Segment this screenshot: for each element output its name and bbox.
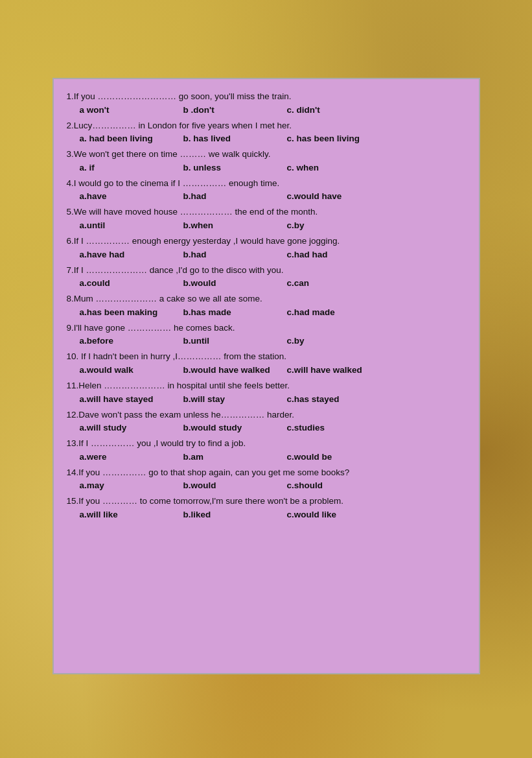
answers-14: a.mayb.wouldc.should [67, 480, 466, 490]
answers-7: a.couldb.wouldc.can [67, 278, 466, 288]
answers-13: a.wereb.amc.would be [67, 452, 466, 462]
answer-12-b: b.would study [183, 423, 287, 432]
question-block-12: 12.Dave won't pass the exam unless he………… [67, 408, 466, 433]
answer-15-b: b.liked [183, 510, 287, 519]
answer-8-b: b.has made [183, 307, 287, 317]
answer-11-a: a.will have stayed [80, 394, 183, 404]
answer-4-a: a.have [80, 191, 183, 201]
answers-1: a won'tb .don'tc. didn't [67, 105, 466, 115]
answer-2-a: a. had been living [80, 134, 183, 143]
question-text-8: 8.Mum ………………… a cake so we all ate some. [67, 292, 466, 306]
answers-11: a.will have stayedb.will stayc.has staye… [67, 394, 466, 404]
answer-7-a: a.could [80, 278, 183, 288]
question-text-13: 13.If I …………… you ,I would try to find a… [67, 436, 466, 451]
question-text-1: 1.If you ……………………… go soon, you'll miss … [67, 89, 466, 104]
answer-13-b: b.am [183, 452, 287, 462]
question-text-9: 9.I'll have gone …………… he comes back. [67, 321, 466, 335]
question-block-1: 1.If you ……………………… go soon, you'll miss … [67, 89, 466, 115]
answer-15-a: a.will like [80, 510, 183, 519]
question-text-11: 11.Helen ………………… in hospital until she f… [67, 379, 466, 393]
question-block-8: 8.Mum ………………… a cake so we all ate some.… [67, 292, 466, 317]
answer-11-b: b.will stay [183, 394, 287, 404]
question-block-3: 3.We won't get there on time ……… we walk… [67, 147, 466, 172]
answers-4: a.haveb.hadc.would have [67, 191, 466, 201]
answer-7-b: b.would [183, 278, 287, 288]
answer-3-a: a. if [80, 163, 183, 172]
question-block-10: 10. If I hadn't been in hurry ,I…………… fr… [67, 349, 466, 375]
answer-9-b: b.until [183, 336, 287, 346]
question-block-14: 14.If you …………… go to that shop again, c… [67, 466, 466, 491]
answer-10-b: b.would have walked [183, 365, 287, 375]
answer-13-a: a.were [80, 452, 183, 462]
worksheet: 1.If you ……………………… go soon, you'll miss … [52, 78, 480, 674]
question-block-11: 11.Helen ………………… in hospital until she f… [67, 379, 466, 404]
question-text-12: 12.Dave won't pass the exam unless he………… [67, 408, 466, 422]
answer-8-a: a.has been making [80, 307, 183, 317]
answer-3-b: b. unless [183, 163, 287, 172]
answer-13-c: c.would be [287, 452, 391, 462]
question-block-7: 7.If I ………………… dance ,I'd go to the disc… [67, 263, 466, 289]
answers-8: a.has been makingb.has madec.had made [67, 307, 466, 317]
question-text-7: 7.If I ………………… dance ,I'd go to the disc… [67, 263, 466, 278]
answer-5-a: a.until [80, 220, 183, 230]
question-text-10: 10. If I hadn't been in hurry ,I…………… fr… [67, 349, 466, 364]
answer-11-c: c.has stayed [287, 394, 391, 404]
answer-14-a: a.may [80, 480, 183, 490]
answer-1-a: a won't [80, 105, 183, 115]
answer-3-c: c. when [287, 163, 391, 172]
question-block-6: 6.If I …………… enough energy yesterday ,I … [67, 234, 466, 259]
answer-6-c: c.had had [287, 250, 391, 259]
answer-6-a: a.have had [80, 250, 183, 259]
answer-1-c: c. didn't [287, 105, 391, 115]
answer-8-c: c.had made [287, 307, 391, 317]
answers-9: a.beforeb.untilc.by [67, 336, 466, 346]
answers-6: a.have hadb.hadc.had had [67, 250, 466, 259]
question-text-6: 6.If I …………… enough energy yesterday ,I … [67, 234, 466, 248]
answer-4-c: c.would have [287, 191, 391, 201]
question-block-15: 15.If you ………… to come tomorrow,I'm sure… [67, 494, 466, 519]
answer-14-c: c.should [287, 480, 391, 490]
answer-4-b: b.had [183, 191, 287, 201]
question-block-5: 5.We will have moved house ……………… the en… [67, 205, 466, 230]
question-text-5: 5.We will have moved house ……………… the en… [67, 205, 466, 219]
answers-15: a.will likeb.likedc.would like [67, 510, 466, 519]
question-text-2: 2.Lucy…………… in London for five years whe… [67, 119, 466, 133]
answer-6-b: b.had [183, 250, 287, 259]
answer-9-a: a.before [80, 336, 183, 346]
question-text-3: 3.We won't get there on time ……… we walk… [67, 147, 466, 161]
answer-7-c: c.can [287, 278, 391, 288]
answer-12-a: a.will study [80, 423, 183, 432]
question-text-14: 14.If you …………… go to that shop again, c… [67, 466, 466, 480]
question-block-9: 9.I'll have gone …………… he comes back.a.b… [67, 321, 466, 346]
answer-2-c: c. has been living [287, 134, 391, 143]
answer-1-b: b .don't [183, 105, 287, 115]
answer-2-b: b. has lived [183, 134, 287, 143]
answer-10-c: c.will have walked [287, 365, 391, 375]
answer-12-c: c.studies [287, 423, 391, 432]
answer-9-c: c.by [287, 336, 391, 346]
answer-10-a: a.would walk [80, 365, 183, 375]
answer-5-c: c.by [287, 220, 391, 230]
answers-10: a.would walkb.would have walkedc.will ha… [67, 365, 466, 375]
answers-3: a. ifb. unlessc. when [67, 163, 466, 172]
answer-5-b: b.when [183, 220, 287, 230]
question-block-13: 13.If I …………… you ,I would try to find a… [67, 436, 466, 462]
question-text-4: 4.I would go to the cinema if I …………… en… [67, 176, 466, 191]
answers-5: a.untilb.whenc.by [67, 220, 466, 230]
question-block-4: 4.I would go to the cinema if I …………… en… [67, 176, 466, 202]
question-block-2: 2.Lucy…………… in London for five years whe… [67, 119, 466, 144]
question-text-15: 15.If you ………… to come tomorrow,I'm sure… [67, 494, 466, 508]
answers-12: a.will studyb.would studyc.studies [67, 423, 466, 432]
answer-15-c: c.would like [287, 510, 391, 519]
answers-2: a. had been livingb. has livedc. has bee… [67, 134, 466, 143]
answer-14-b: b.would [183, 480, 287, 490]
